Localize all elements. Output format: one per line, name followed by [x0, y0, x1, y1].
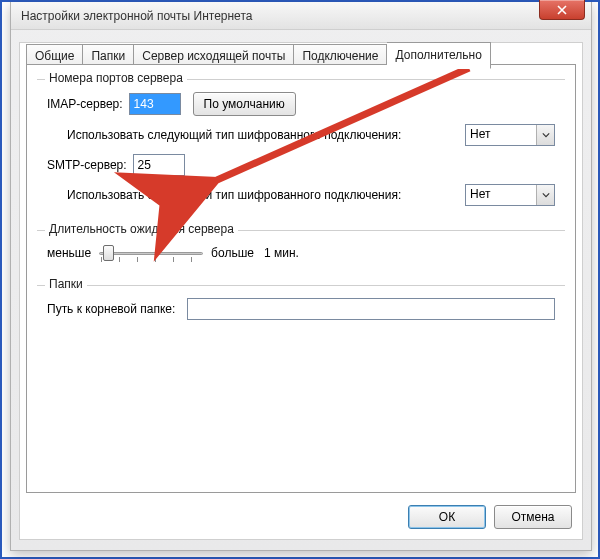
group-server-timeout: Длительность ожидания сервера меньше бол… — [37, 230, 565, 271]
timeout-slider[interactable] — [99, 243, 203, 263]
smtp-enc-label: Использовать следующий тип шифрованного … — [67, 188, 401, 202]
row-smtp-enc: Использовать следующий тип шифрованного … — [47, 184, 555, 206]
row-imap-port: IMAP-сервер: По умолчанию — [47, 92, 555, 116]
group-server-timeout-legend: Длительность ожидания сервера — [45, 222, 238, 236]
slider-thumb-icon — [103, 245, 114, 261]
imap-label: IMAP-сервер: — [47, 97, 123, 111]
ok-button[interactable]: ОК — [408, 505, 486, 529]
imap-encryption-select[interactable]: Нет — [465, 124, 555, 146]
timeout-value: 1 мин. — [264, 246, 299, 260]
title-bar: Настройки электронной почты Интернета — [11, 2, 591, 30]
window-title: Настройки электронной почты Интернета — [21, 9, 252, 23]
tab-advanced[interactable]: Дополнительно — [387, 42, 490, 69]
group-folders: Папки Путь к корневой папке: — [37, 285, 565, 328]
row-smtp-port: SMTP-сервер: — [47, 154, 555, 176]
close-button[interactable] — [539, 0, 585, 20]
default-ports-button[interactable]: По умолчанию — [193, 92, 296, 116]
close-icon — [557, 5, 567, 15]
timeout-more-label: больше — [211, 246, 254, 260]
imap-port-input[interactable] — [129, 93, 181, 115]
row-timeout: меньше больше 1 мин. — [47, 243, 555, 263]
imap-enc-label: Использовать следующий тип шифрованного … — [67, 128, 401, 142]
row-root-path: Путь к корневой папке: — [47, 298, 555, 320]
client-area: Общие Папки Сервер исходящей почты Подкл… — [19, 42, 583, 540]
smtp-label: SMTP-сервер: — [47, 158, 127, 172]
smtp-port-input[interactable] — [133, 154, 185, 176]
chevron-down-icon — [536, 125, 554, 145]
chevron-down-icon — [536, 185, 554, 205]
smtp-encryption-value: Нет — [466, 185, 536, 205]
row-imap-enc: Использовать следующий тип шифрованного … — [47, 124, 555, 146]
cancel-button[interactable]: Отмена — [494, 505, 572, 529]
group-server-ports: Номера портов сервера IMAP-сервер: По ум… — [37, 79, 565, 216]
dialog-footer: ОК Отмена — [408, 505, 572, 529]
tab-panel-advanced: Номера портов сервера IMAP-сервер: По ум… — [26, 64, 576, 493]
root-path-input[interactable] — [187, 298, 555, 320]
timeout-less-label: меньше — [47, 246, 91, 260]
group-folders-legend: Папки — [45, 277, 87, 291]
root-path-label: Путь к корневой папке: — [47, 302, 175, 316]
group-server-ports-legend: Номера портов сервера — [45, 71, 187, 85]
smtp-encryption-select[interactable]: Нет — [465, 184, 555, 206]
imap-encryption-value: Нет — [466, 125, 536, 145]
